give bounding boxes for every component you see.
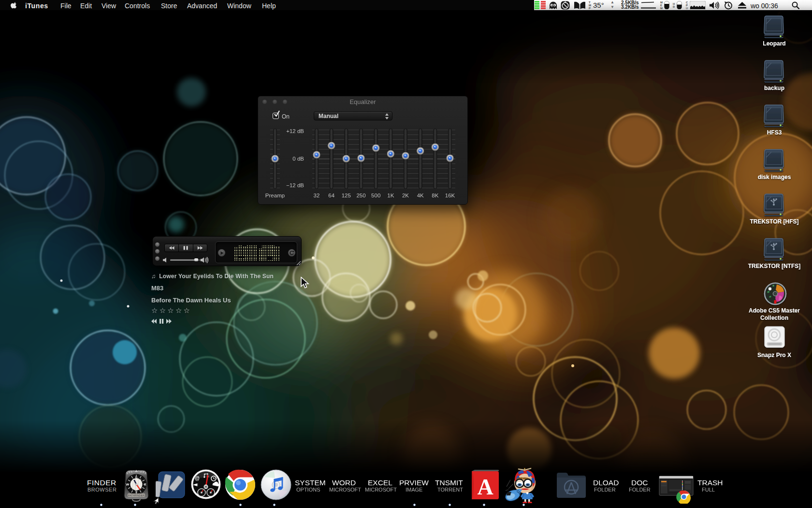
svg-text:PATHFINDER: PATHFINDER (128, 494, 145, 497)
svg-text:Collection: Collection (760, 314, 788, 321)
svg-text:+12 dB: +12 dB (286, 128, 304, 134)
svg-text:Preamp: Preamp (265, 193, 285, 198)
svg-text:Snapz Pro X: Snapz Pro X (757, 352, 791, 359)
svg-text:W: W (126, 483, 129, 486)
svg-text:2K: 2K (402, 193, 409, 198)
svg-text:16K: 16K (445, 193, 455, 198)
svg-text:Leopard: Leopard (763, 40, 785, 47)
svg-text:TREKSTOR [NTFS]: TREKSTOR [NTFS] (748, 263, 800, 269)
svg-text:0 dB: 0 dB (292, 156, 304, 162)
svg-text:@: @ (195, 476, 200, 481)
svg-text:125: 125 (342, 193, 351, 198)
svg-text:Adobe CS5 Master: Adobe CS5 Master (749, 307, 800, 314)
svg-text:500: 500 (371, 193, 380, 198)
svg-text:4K: 4K (417, 193, 424, 198)
svg-text:backup: backup (764, 85, 784, 91)
svg-text:disk images: disk images (758, 174, 791, 180)
svg-text:32: 32 (314, 193, 320, 198)
svg-text:8K: 8K (432, 193, 438, 198)
svg-text:HFS3: HFS3 (767, 129, 782, 136)
svg-text:1K: 1K (387, 193, 394, 198)
svg-text:64: 64 (328, 193, 334, 198)
svg-text:E: E (144, 483, 146, 486)
svg-text:250: 250 (356, 193, 365, 198)
svg-text:TREKSTOR [HFS]: TREKSTOR [HFS] (750, 218, 798, 225)
svg-text:A: A (477, 475, 493, 499)
svg-text:−12 dB: −12 dB (286, 182, 304, 188)
